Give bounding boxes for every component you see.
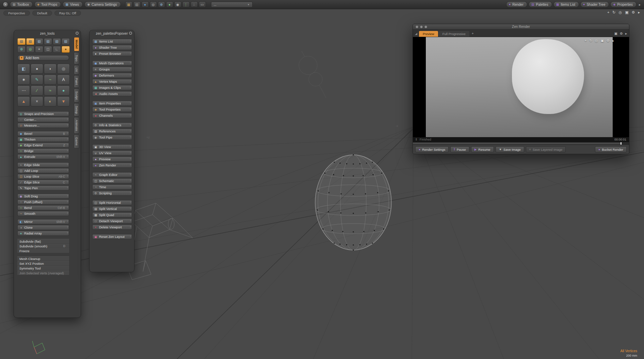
tool-grid-button[interactable]: ▲ (17, 96, 30, 107)
tool-grid-button[interactable]: ~ (44, 75, 57, 85)
pop-out-icon[interactable]: ▣ (614, 32, 617, 35)
toolbar-button[interactable]: ◈ Tool Props (34, 1, 61, 7)
tool-grid-button[interactable]: ● (31, 64, 43, 74)
modeling-tool-button[interactable]: ↑ Push (offset) (17, 199, 69, 205)
toolbar-icon-button[interactable]: ● (142, 1, 149, 7)
pan-render-icon[interactable]: + (585, 39, 587, 43)
toolbar-button[interactable]: ◉ Camera Settings (84, 1, 120, 7)
palette-button[interactable]: ▣ Item Properties (92, 101, 132, 106)
palette-button[interactable]: ● Shader Tree (92, 45, 132, 50)
window-titlebar[interactable]: Zen Render (413, 24, 629, 30)
layout-tab[interactable]: Animate (74, 117, 79, 134)
layout-tab[interactable]: UV (74, 65, 79, 75)
palette-button[interactable]: ● Channels (92, 113, 132, 118)
modeling-tool-button[interactable]: Freeze (17, 248, 69, 253)
modeling-tool-button[interactable]: ▲ Extrude Shift-X (17, 154, 69, 159)
palette-button[interactable]: ▤ Split Vertical (92, 206, 132, 211)
tool-grid-button[interactable]: ✎ (31, 75, 43, 85)
modeling-tool-button[interactable]: Mesh Cleanup (17, 256, 69, 261)
layout-tab[interactable]: Sculpt (74, 88, 79, 102)
palette-button[interactable]: ● Zen Render (92, 163, 132, 168)
palette-button[interactable]: ◈ Tool Properties (92, 107, 132, 112)
tool-grid-button[interactable]: ◧ (17, 64, 30, 74)
render-gear-icon[interactable]: ⚙ (607, 39, 610, 43)
toolbar-panel-button[interactable]: ◈ Properties (610, 1, 637, 7)
mode-button[interactable]: ▧ (53, 38, 61, 45)
mode-button[interactable]: ● (62, 46, 70, 53)
toolbar-icon-button[interactable]: ▦ (125, 1, 132, 7)
viewport-expand-icon[interactable]: ▸ (638, 10, 640, 15)
palette-button[interactable]: × Delete Viewport (92, 225, 132, 230)
fit-view-icon[interactable]: ▣ (625, 10, 628, 15)
reference-object-wireframe[interactable] (127, 203, 193, 280)
render-progress-bar[interactable] (413, 142, 629, 145)
toolbar-icon-button[interactable]: ● (166, 1, 173, 7)
modeling-tool-button[interactable]: ◆ Bevel B (17, 131, 69, 136)
mode-button[interactable]: ▧ (17, 38, 26, 45)
viewport-corner-icon[interactable]: ◢ (415, 32, 417, 35)
minimize-window-icon[interactable] (420, 26, 423, 28)
modeling-tool-button[interactable]: Set XYZ Position (17, 261, 69, 266)
palette-button[interactable]: ● Preset Browser (92, 51, 132, 56)
modeling-tool-button[interactable]: ◑ Clone (17, 225, 69, 230)
app-logo-icon[interactable]: ◑ (3, 2, 8, 7)
tool-grid-button[interactable]: A (57, 75, 70, 85)
mode-button[interactable]: ◎ (26, 46, 34, 53)
render-arrow-icon[interactable]: ▸ (612, 39, 614, 43)
toolbar-icon-button[interactable]: ◉ (174, 1, 181, 7)
palette-button[interactable]: ⚙ Scripting (92, 191, 132, 196)
mode-button[interactable]: ⊕ (17, 46, 26, 53)
toolbar-button[interactable]: ▨ Toolbox (10, 1, 33, 7)
modeling-tool-button[interactable]: · Center... (17, 117, 69, 122)
modeling-tool-button[interactable]: ∩ Bend Ctrl-B (17, 205, 69, 210)
mode-button[interactable]: ◫ (44, 46, 52, 53)
toolbar-icon-button[interactable]: ◎ (150, 1, 157, 7)
tool-grid-button[interactable]: ≈ (44, 85, 57, 96)
add-tab-button[interactable]: + (472, 32, 474, 35)
toolbar-panel-button[interactable]: ▤ Palettes (529, 1, 552, 7)
modeling-tool-button[interactable]: Symmetry Tool (17, 266, 69, 271)
palette-button[interactable]: ▦ Items List (92, 39, 132, 44)
zoom-render-icon[interactable]: ◎ (595, 39, 598, 43)
palette-button[interactable]: □ Detach Viewport (92, 218, 132, 224)
toolbar-icon-button[interactable]: ▧ (133, 1, 141, 7)
toolbar-button[interactable]: ▦ Views (63, 1, 83, 7)
mode-button[interactable]: + (35, 46, 43, 53)
panel-pin-icon[interactable] (76, 32, 79, 35)
mode-button[interactable]: ▧ (26, 38, 34, 45)
mode-button[interactable]: ▧ (44, 38, 52, 45)
zen-palettes-titlebar[interactable]: zen_palettesPopover (90, 30, 134, 36)
render-action-button[interactable]: ▶ Resume (471, 146, 494, 152)
toolbar-icon-button[interactable]: ⋮ (182, 1, 190, 7)
layout-tab[interactable]: Game (74, 134, 79, 148)
layout-tab[interactable]: Model (74, 37, 79, 51)
toolbar-icon-button[interactable]: ⊕ (158, 1, 165, 7)
palette-button[interactable]: ▤ References (92, 129, 132, 134)
render-action-button[interactable]: ● Bucket Render (595, 146, 627, 152)
modeling-tool-button[interactable]: Join Selected Verts (Averaged) (17, 271, 69, 275)
layout-tab[interactable]: Setup (74, 103, 79, 117)
modeling-tool-button[interactable]: ◉ Soft Drag (17, 194, 69, 199)
render-tab[interactable]: Full Progressive (439, 31, 469, 37)
mode-button[interactable]: ∟ (53, 46, 61, 53)
view-style-button[interactable]: Default (32, 11, 52, 16)
tool-grid-button[interactable]: ◗ (44, 64, 57, 74)
add-item-button[interactable]: + Add Item (17, 55, 69, 61)
modeling-tool-button[interactable]: ∕ Edge Slice C (17, 180, 69, 185)
palette-button[interactable]: ▣ 3D View (92, 144, 132, 149)
tool-grid-button[interactable]: ◎ (57, 64, 70, 74)
panel-arrow-icon[interactable]: ▸ (625, 32, 627, 35)
zoom-window-icon[interactable] (424, 26, 427, 28)
mode-button[interactable]: ▧ (35, 38, 43, 45)
orbit-view-icon[interactable]: ↻ (612, 10, 615, 15)
tool-grid-button[interactable]: ▼ (57, 96, 70, 107)
modeling-tool-button[interactable]: ≈ Edge Slide (17, 162, 69, 167)
modeling-tool-button[interactable]: ◎ Snaps and Precision (17, 111, 69, 116)
refresh-render-icon[interactable]: ↻ (589, 39, 592, 43)
render-action-button[interactable]: ▼ Save Image (496, 146, 524, 152)
palette-button[interactable]: ≡ Groups (92, 67, 132, 72)
mode-button[interactable]: ▧ (62, 38, 70, 45)
modeling-tool-button[interactable]: Subdivide (smooth) D (17, 244, 69, 248)
toolbar-panel-button[interactable]: ● Shader Tree (580, 1, 609, 7)
tool-grid-button[interactable]: ◐ (44, 96, 57, 107)
